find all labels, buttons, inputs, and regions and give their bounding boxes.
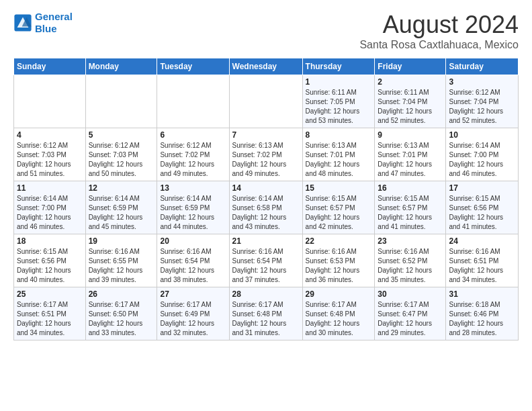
calendar-week-row: 11Sunrise: 6:14 AMSunset: 7:00 PMDayligh… [14, 181, 519, 234]
day-number: 20 [160, 236, 226, 246]
day-info: Sunrise: 6:17 AMSunset: 6:51 PMDaylight:… [17, 300, 83, 338]
day-number: 18 [17, 236, 83, 246]
day-info: Sunrise: 6:13 AMSunset: 7:02 PMDaylight:… [232, 141, 300, 179]
day-info: Sunrise: 6:16 AMSunset: 6:54 PMDaylight:… [232, 247, 300, 285]
day-number: 25 [17, 289, 83, 299]
calendar-cell: 11Sunrise: 6:14 AMSunset: 7:00 PMDayligh… [14, 181, 86, 234]
day-number: 10 [449, 130, 515, 140]
calendar-cell: 28Sunrise: 6:17 AMSunset: 6:48 PMDayligh… [229, 287, 302, 340]
weekday-header: Saturday [446, 58, 519, 75]
page: General Blue August 2024 Santa Rosa Caxt… [0, 0, 532, 347]
calendar-cell: 20Sunrise: 6:16 AMSunset: 6:54 PMDayligh… [157, 234, 229, 287]
day-info: Sunrise: 6:11 AMSunset: 7:05 PMDaylight:… [306, 88, 372, 126]
logo-general: General [35, 11, 73, 22]
day-number: 30 [378, 289, 443, 299]
day-info: Sunrise: 6:15 AMSunset: 6:57 PMDaylight:… [378, 194, 443, 232]
calendar-cell: 26Sunrise: 6:17 AMSunset: 6:50 PMDayligh… [85, 287, 157, 340]
main-title: August 2024 [359, 11, 519, 39]
day-number: 11 [17, 183, 83, 193]
day-info: Sunrise: 6:13 AMSunset: 7:01 PMDaylight:… [306, 141, 372, 179]
day-info: Sunrise: 6:12 AMSunset: 7:04 PMDaylight:… [449, 88, 515, 126]
day-info: Sunrise: 6:13 AMSunset: 7:01 PMDaylight:… [378, 141, 443, 179]
day-info: Sunrise: 6:12 AMSunset: 7:03 PMDaylight:… [89, 141, 154, 179]
day-number: 27 [160, 289, 226, 299]
calendar-week-row: 4Sunrise: 6:12 AMSunset: 7:03 PMDaylight… [14, 128, 519, 181]
calendar-cell: 14Sunrise: 6:14 AMSunset: 6:58 PMDayligh… [229, 181, 302, 234]
calendar-cell: 4Sunrise: 6:12 AMSunset: 7:03 PMDaylight… [14, 128, 86, 181]
day-info: Sunrise: 6:15 AMSunset: 6:57 PMDaylight:… [306, 194, 372, 232]
header: General Blue August 2024 Santa Rosa Caxt… [13, 11, 519, 51]
calendar-cell: 7Sunrise: 6:13 AMSunset: 7:02 PMDaylight… [229, 128, 302, 181]
day-number: 24 [449, 236, 515, 246]
calendar-cell: 25Sunrise: 6:17 AMSunset: 6:51 PMDayligh… [14, 287, 86, 340]
weekday-header: Wednesday [229, 58, 302, 75]
calendar-cell [229, 75, 302, 128]
day-number: 26 [89, 289, 154, 299]
day-number: 14 [232, 183, 300, 193]
day-info: Sunrise: 6:16 AMSunset: 6:54 PMDaylight:… [160, 247, 226, 285]
calendar-table: SundayMondayTuesdayWednesdayThursdayFrid… [13, 58, 519, 340]
calendar-cell: 31Sunrise: 6:18 AMSunset: 6:46 PMDayligh… [446, 287, 519, 340]
calendar-cell: 2Sunrise: 6:11 AMSunset: 7:04 PMDaylight… [375, 75, 446, 128]
day-info: Sunrise: 6:14 AMSunset: 6:58 PMDaylight:… [232, 194, 300, 232]
day-number: 16 [378, 183, 443, 193]
subtitle: Santa Rosa Caxtlahuaca, Mexico [359, 39, 519, 51]
calendar-cell: 13Sunrise: 6:14 AMSunset: 6:59 PMDayligh… [157, 181, 229, 234]
day-number: 8 [306, 130, 372, 140]
day-number: 4 [17, 130, 83, 140]
calendar-cell: 12Sunrise: 6:14 AMSunset: 6:59 PMDayligh… [85, 181, 157, 234]
day-info: Sunrise: 6:18 AMSunset: 6:46 PMDaylight:… [449, 300, 515, 338]
calendar-cell: 17Sunrise: 6:15 AMSunset: 6:56 PMDayligh… [446, 181, 519, 234]
day-info: Sunrise: 6:15 AMSunset: 6:56 PMDaylight:… [449, 194, 515, 232]
calendar-cell: 16Sunrise: 6:15 AMSunset: 6:57 PMDayligh… [375, 181, 446, 234]
day-number: 3 [449, 77, 515, 87]
calendar-cell: 6Sunrise: 6:12 AMSunset: 7:02 PMDaylight… [157, 128, 229, 181]
day-info: Sunrise: 6:17 AMSunset: 6:50 PMDaylight:… [89, 300, 154, 338]
weekday-header: Monday [85, 58, 157, 75]
day-info: Sunrise: 6:16 AMSunset: 6:55 PMDaylight:… [89, 247, 154, 285]
calendar-cell: 5Sunrise: 6:12 AMSunset: 7:03 PMDaylight… [85, 128, 157, 181]
calendar-body: 1Sunrise: 6:11 AMSunset: 7:05 PMDaylight… [14, 75, 519, 340]
weekday-header: Tuesday [157, 58, 229, 75]
weekday-header: Friday [375, 58, 446, 75]
day-number: 13 [160, 183, 226, 193]
day-number: 5 [89, 130, 154, 140]
day-info: Sunrise: 6:17 AMSunset: 6:48 PMDaylight:… [306, 300, 372, 338]
calendar-cell: 21Sunrise: 6:16 AMSunset: 6:54 PMDayligh… [229, 234, 302, 287]
calendar-cell: 27Sunrise: 6:17 AMSunset: 6:49 PMDayligh… [157, 287, 229, 340]
calendar-cell: 19Sunrise: 6:16 AMSunset: 6:55 PMDayligh… [85, 234, 157, 287]
day-info: Sunrise: 6:12 AMSunset: 7:02 PMDaylight:… [160, 141, 226, 179]
day-number: 19 [89, 236, 154, 246]
day-info: Sunrise: 6:15 AMSunset: 6:56 PMDaylight:… [17, 247, 83, 285]
calendar-cell: 29Sunrise: 6:17 AMSunset: 6:48 PMDayligh… [302, 287, 375, 340]
logo-text: General Blue [35, 11, 73, 35]
weekday-header: Thursday [302, 58, 375, 75]
calendar-header: SundayMondayTuesdayWednesdayThursdayFrid… [14, 58, 519, 75]
calendar-week-row: 1Sunrise: 6:11 AMSunset: 7:05 PMDaylight… [14, 75, 519, 128]
day-number: 7 [232, 130, 300, 140]
day-number: 23 [378, 236, 443, 246]
day-number: 28 [232, 289, 300, 299]
weekday-row: SundayMondayTuesdayWednesdayThursdayFrid… [14, 58, 519, 75]
day-info: Sunrise: 6:17 AMSunset: 6:49 PMDaylight:… [160, 300, 226, 338]
day-number: 12 [89, 183, 154, 193]
day-number: 15 [306, 183, 372, 193]
calendar-cell: 15Sunrise: 6:15 AMSunset: 6:57 PMDayligh… [302, 181, 375, 234]
day-number: 9 [378, 130, 443, 140]
logo-blue: Blue [35, 23, 57, 34]
day-info: Sunrise: 6:17 AMSunset: 6:47 PMDaylight:… [378, 300, 443, 338]
day-number: 22 [306, 236, 372, 246]
calendar-cell: 18Sunrise: 6:15 AMSunset: 6:56 PMDayligh… [14, 234, 86, 287]
day-info: Sunrise: 6:16 AMSunset: 6:51 PMDaylight:… [449, 247, 515, 285]
day-number: 17 [449, 183, 515, 193]
day-info: Sunrise: 6:14 AMSunset: 7:00 PMDaylight:… [17, 194, 83, 232]
day-number: 29 [306, 289, 372, 299]
day-number: 1 [306, 77, 372, 87]
calendar-cell: 9Sunrise: 6:13 AMSunset: 7:01 PMDaylight… [375, 128, 446, 181]
calendar-week-row: 18Sunrise: 6:15 AMSunset: 6:56 PMDayligh… [14, 234, 519, 287]
calendar-cell: 3Sunrise: 6:12 AMSunset: 7:04 PMDaylight… [446, 75, 519, 128]
day-info: Sunrise: 6:12 AMSunset: 7:03 PMDaylight:… [17, 141, 83, 179]
calendar-cell [14, 75, 86, 128]
calendar-cell: 10Sunrise: 6:14 AMSunset: 7:00 PMDayligh… [446, 128, 519, 181]
day-number: 31 [449, 289, 515, 299]
